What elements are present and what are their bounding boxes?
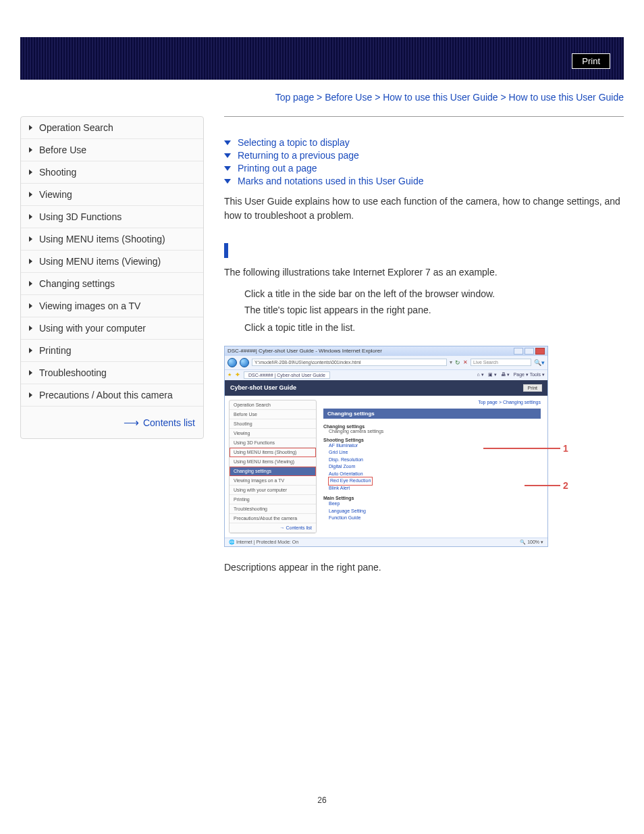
guide-side-item: Using 3D Functions xyxy=(230,438,316,448)
anchor-marks[interactable]: Marks and notations used in this User Gu… xyxy=(238,176,423,186)
sidebar-item-troubleshooting[interactable]: Troubleshooting xyxy=(21,362,203,384)
chevron-down-icon xyxy=(224,140,231,145)
page-number: 26 xyxy=(20,796,624,825)
guide-page-title: Changing settings xyxy=(323,409,541,419)
breadcrumb-link[interactable]: How to use this User Guide xyxy=(383,92,498,103)
chevron-right-icon xyxy=(29,370,32,375)
screenshot-illustration: DSC-#####| Cyber-shot User Guide - Windo… xyxy=(224,346,568,547)
intro-text: This User Guide explains how to use each… xyxy=(224,194,624,223)
close-icon xyxy=(535,348,545,355)
guide-print-button: Print xyxy=(523,384,542,392)
guide-side-item-callout-1: Using MENU items (Shooting) xyxy=(230,448,316,457)
guide-main: Top page > Changing settings Changing se… xyxy=(321,396,547,538)
forward-icon xyxy=(240,358,249,367)
ie-title-bar: DSC-#####| Cyber-shot User Guide - Windo… xyxy=(225,346,547,356)
favorites-icon: ★ xyxy=(227,372,232,377)
arrow-right-icon: ⟶ xyxy=(124,416,139,429)
chevron-right-icon xyxy=(29,214,32,219)
breadcrumb-link[interactable]: Top page xyxy=(275,92,315,103)
print-menu-icon: 🖶 ▾ xyxy=(501,372,510,377)
ie-status-bar: 🌐 Internet | Protected Mode: On 🔍 100% ▾ xyxy=(225,538,547,546)
guide-topic-link: Digital Zoom xyxy=(329,463,541,471)
chevron-right-icon xyxy=(29,281,32,286)
breadcrumb-current: How to use this User Guide xyxy=(509,92,624,103)
breadcrumb-link[interactable]: Before Use xyxy=(325,92,372,103)
guide-section-heading: Main Settings xyxy=(323,496,541,500)
guide-side-item: Viewing xyxy=(230,429,316,438)
sidebar-item-precautions[interactable]: Precautions / About this camera xyxy=(21,384,203,407)
callout-1: 1 xyxy=(483,443,568,454)
minimize-icon xyxy=(514,348,523,355)
step-2: Click a topic title in the list. xyxy=(244,320,624,336)
sidebar-contents-list[interactable]: ⟶Contents list xyxy=(21,407,203,438)
chevron-right-icon xyxy=(29,192,32,197)
chevron-right-icon xyxy=(29,348,32,353)
ie-address-bar: Y:\model\R-208-09\US\eng\contents\001ind… xyxy=(225,356,547,369)
anchor-returning[interactable]: Returning to a previous page xyxy=(238,150,359,161)
guide-header: Cyber-shot User Guide Print xyxy=(225,380,547,396)
callout-2: 2 xyxy=(525,480,568,491)
chevron-right-icon xyxy=(29,325,32,331)
guide-section-heading: Changing settings xyxy=(323,424,541,429)
step-1b: The title's topic list appears in the ri… xyxy=(244,303,624,319)
guide-topic-link: Beep xyxy=(329,500,541,508)
chevron-down-icon xyxy=(224,153,231,158)
tab-label: DSC-##### | Cyber-shot User Guide xyxy=(244,371,330,379)
steps: Click a title in the side bar on the lef… xyxy=(244,286,624,336)
guide-side-item: Troubleshooting xyxy=(230,504,316,514)
guide-side-item: Operation Search xyxy=(230,400,316,410)
guide-contents-list: → Contents list xyxy=(230,523,316,533)
chevron-right-icon xyxy=(29,303,32,309)
guide-topic-link: Language Setting xyxy=(329,508,541,515)
chevron-right-icon xyxy=(29,259,32,264)
description-after: Descriptions appear in the right pane. xyxy=(224,562,624,573)
sidebar-item-menu-shooting[interactable]: Using MENU items (Shooting) xyxy=(21,228,203,251)
sidebar-item-printing[interactable]: Printing xyxy=(21,340,203,362)
add-favorites-icon: ✚ xyxy=(236,372,240,377)
guide-side-item-active: Changing settings xyxy=(230,467,316,476)
address-field: Y:\model\R-208-09\US\eng\contents\001ind… xyxy=(252,359,447,366)
divider xyxy=(224,116,624,117)
guide-side-item: Shooting xyxy=(230,419,316,429)
chevron-down-icon xyxy=(224,179,231,184)
chevron-right-icon xyxy=(29,147,32,153)
guide-topic-link: Blink Alert xyxy=(329,485,541,492)
search-icon: 🔍▾ xyxy=(534,359,545,366)
anchor-printing[interactable]: Printing out a page xyxy=(238,163,317,174)
guide-side-item: Using with your computer xyxy=(230,486,316,495)
sidebar-item-3d-functions[interactable]: Using 3D Functions xyxy=(21,206,203,228)
guide-breadcrumb: Top page > Changing settings xyxy=(323,400,541,405)
chevron-down-icon xyxy=(224,166,231,171)
sidebar: Operation Search Before Use Shooting Vie… xyxy=(20,116,204,439)
window-buttons xyxy=(514,348,545,355)
breadcrumb: Top page > Before Use > How to use this … xyxy=(20,92,624,103)
step-1a: Click a title in the side bar on the lef… xyxy=(244,286,624,303)
guide-topic-link-callout-2: Red Eye Reduction xyxy=(329,477,372,485)
back-icon xyxy=(227,358,237,367)
chevron-right-icon xyxy=(29,125,32,130)
guide-side-item: Viewing images on a TV xyxy=(230,476,316,486)
section-lead: The following illustrations take Interne… xyxy=(224,265,624,280)
sidebar-item-changing-settings[interactable]: Changing settings xyxy=(21,273,203,295)
search-field: Live Search xyxy=(471,359,531,366)
anchor-selecting-topic[interactable]: Selecting a topic to display xyxy=(238,137,350,148)
sidebar-item-shooting[interactable]: Shooting xyxy=(21,161,203,184)
maximize-icon xyxy=(525,348,534,355)
sidebar-item-computer[interactable]: Using with your computer xyxy=(21,317,203,340)
chevron-right-icon xyxy=(29,236,32,242)
sidebar-item-menu-viewing[interactable]: Using MENU items (Viewing) xyxy=(21,251,203,273)
sidebar-item-tv[interactable]: Viewing images on a TV xyxy=(21,295,203,317)
guide-side-item: Precautions/About the camera xyxy=(230,514,316,523)
ie-tab-bar: ★✚DSC-##### | Cyber-shot User Guide ⌂ ▾▣… xyxy=(225,369,547,380)
sidebar-item-viewing[interactable]: Viewing xyxy=(21,184,203,206)
sidebar-item-before-use[interactable]: Before Use xyxy=(21,139,203,161)
guide-topic-link: Auto Orientation xyxy=(329,471,541,478)
chevron-right-icon xyxy=(29,392,32,398)
guide-sidebar: Operation Search Before Use Shooting Vie… xyxy=(229,400,317,533)
print-button[interactable]: Print xyxy=(572,53,610,69)
sidebar-item-operation-search[interactable]: Operation Search xyxy=(21,117,203,139)
main-content: Selecting a topic to display Returning t… xyxy=(204,116,624,573)
chevron-right-icon xyxy=(29,170,32,175)
guide-side-item: Using MENU items (Viewing) xyxy=(230,457,316,467)
home-icon: ⌂ ▾ xyxy=(477,372,484,377)
